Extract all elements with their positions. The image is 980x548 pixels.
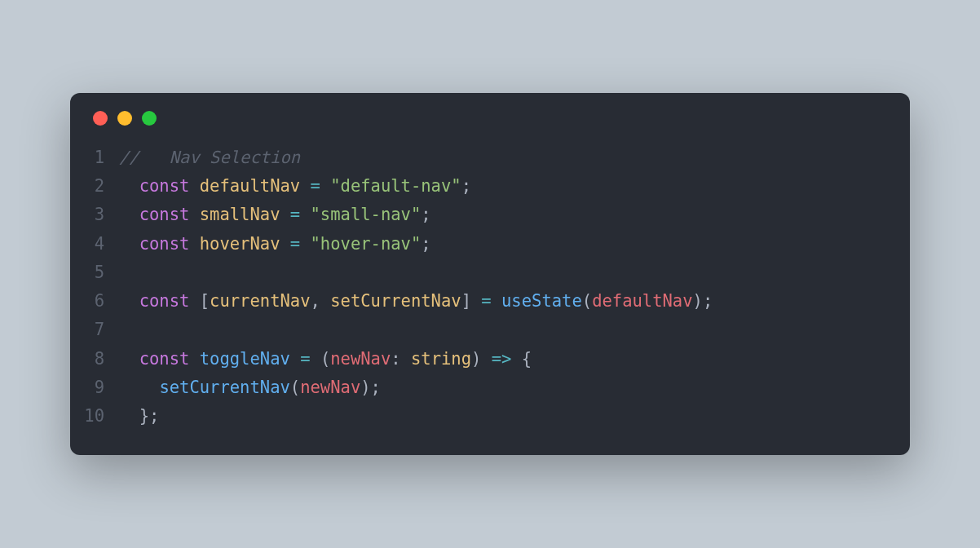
line-number: 8 [78,345,119,373]
token [189,349,199,369]
token: hoverNav [200,234,280,254]
minimize-icon[interactable] [117,111,132,126]
token: ; [461,176,471,196]
token: [ [200,291,210,311]
code-content: }; [119,402,159,431]
line-number: 7 [78,316,119,344]
line-number: 4 [78,230,119,259]
token: = [290,205,300,224]
token [189,234,199,254]
code-line: 10 }; [78,402,887,431]
token: , [311,291,331,311]
code-window: 1// Nav Selection2 const defaultNav = "d… [70,93,910,456]
token: const [139,349,190,369]
token: ( [290,378,300,397]
token [280,205,290,224]
token: const [139,291,190,311]
token: setCurrentNav [159,378,289,397]
token [280,234,290,254]
token [119,234,139,254]
token: "small-nav" [311,205,422,224]
token: newNav [330,349,391,369]
token: smallNav [200,205,280,224]
token [320,176,330,196]
token: = [290,234,300,254]
token [481,349,491,369]
token: defaultNav [200,176,300,196]
token [511,349,521,369]
code-line: 7 [78,316,887,344]
code-content [119,259,129,287]
maximize-icon[interactable] [142,111,157,126]
token [290,349,300,369]
code-content: const hoverNav = "hover-nav"; [119,230,431,259]
token [119,349,139,369]
code-content: const smallNav = "small-nav"; [119,201,431,229]
token: string [411,349,471,369]
token [119,205,139,224]
code-line: 5 [78,259,887,287]
line-number: 10 [78,402,119,431]
code-line: 9 setCurrentNav(newNav); [78,373,887,402]
token: defaultNav [592,291,692,311]
code-content: setCurrentNav(newNav); [119,373,381,402]
token [311,349,320,369]
code-line: 1// Nav Selection [78,144,887,172]
code-content [119,316,129,344]
token: const [139,234,190,254]
close-icon[interactable] [93,111,108,126]
token [119,176,139,196]
line-number: 1 [78,144,119,172]
token: }; [139,406,160,426]
token: = [311,176,320,196]
code-editor[interactable]: 1// Nav Selection2 const defaultNav = "d… [70,134,910,456]
token: ; [421,234,430,254]
token: ) [471,349,481,369]
code-content: const toggleNav = (newNav: string) => { [119,345,532,373]
token: : [391,349,411,369]
code-content: const defaultNav = "default-nav"; [119,172,471,201]
token: "hover-nav" [311,234,422,254]
token: ); [693,291,713,311]
token: useState [501,291,582,311]
token [189,205,199,224]
token [300,205,310,224]
token [119,378,159,397]
code-line: 4 const hoverNav = "hover-nav"; [78,230,887,259]
code-line: 2 const defaultNav = "default-nav"; [78,172,887,201]
token: currentNav [210,291,310,311]
token [119,406,139,426]
code-line: 6 const [currentNav, setCurrentNav] = us… [78,287,887,316]
token [300,176,310,196]
token: newNav [300,378,360,397]
token: // Nav Selection [119,148,300,167]
token [189,176,199,196]
line-number: 2 [78,172,119,201]
line-number: 6 [78,287,119,316]
token: = [300,349,310,369]
token [300,234,310,254]
line-number: 3 [78,201,119,229]
window-titlebar [70,93,910,134]
code-content: // Nav Selection [119,144,300,172]
token: ; [421,205,430,224]
token: ( [582,291,592,311]
token: = [481,291,491,311]
token [471,291,481,311]
token: const [139,176,190,196]
token: ( [320,349,330,369]
token: toggleNav [200,349,290,369]
token [189,291,199,311]
token: { [522,349,532,369]
code-content: const [currentNav, setCurrentNav] = useS… [119,287,713,316]
token: const [139,205,190,224]
token: ] [461,291,471,311]
code-line: 3 const smallNav = "small-nav"; [78,201,887,229]
code-line: 8 const toggleNav = (newNav: string) => … [78,345,887,373]
line-number: 5 [78,259,119,287]
token: ); [360,378,381,397]
token [119,291,139,311]
line-number: 9 [78,373,119,402]
token: "default-nav" [330,176,461,196]
token: setCurrentNav [330,291,461,311]
